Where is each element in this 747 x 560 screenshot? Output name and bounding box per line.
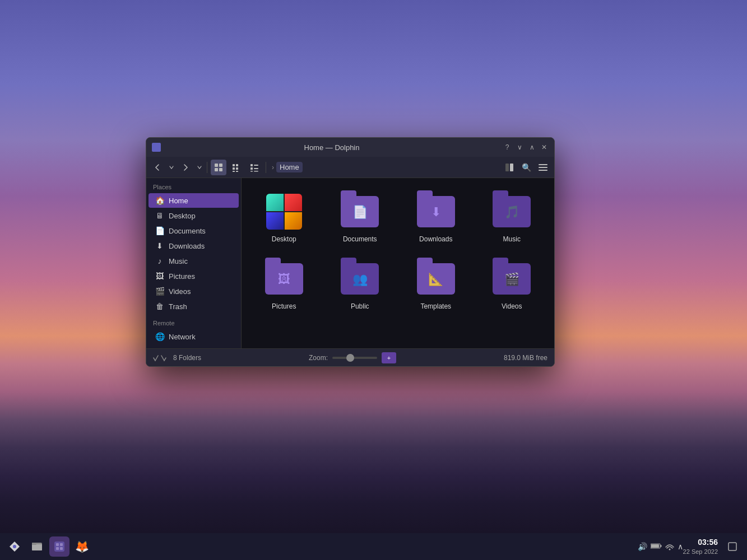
sidebar-item-home-label: Home	[169, 197, 188, 205]
svg-rect-0	[215, 164, 218, 167]
close-button[interactable]: ✕	[540, 143, 549, 152]
sidebar-item-home[interactable]: 🏠 Home	[149, 193, 239, 208]
network-tray-icon[interactable]	[665, 542, 674, 552]
svg-rect-32	[660, 545, 661, 547]
svg-rect-35	[729, 543, 736, 550]
taskbar-files-button[interactable]	[27, 536, 47, 557]
menu-button[interactable]	[535, 160, 551, 175]
sidebar-item-pictures-label: Pictures	[169, 272, 195, 281]
videos-icon: 🎬	[155, 287, 164, 296]
window-title: Home — Dolphin	[161, 143, 503, 152]
zoom-slider[interactable]	[332, 357, 377, 359]
file-name-downloads: Downloads	[419, 235, 452, 243]
file-item-music[interactable]: 🎵 Music	[476, 185, 548, 248]
svg-rect-8	[233, 171, 235, 172]
svg-rect-2	[215, 168, 218, 171]
back-dropdown-button[interactable]	[168, 160, 175, 175]
view-details-button[interactable]	[247, 160, 262, 175]
title-bar-left	[152, 143, 161, 152]
breadcrumb-home[interactable]: Home	[276, 162, 303, 172]
svg-rect-25	[32, 543, 36, 545]
toolbar-separator-2	[266, 162, 266, 173]
downloads-inner-icon: ⬇	[431, 205, 441, 220]
downloads-icon: ⬇	[155, 241, 164, 250]
pictures-icon: 🖼	[155, 272, 164, 281]
sidebar-item-documents[interactable]: 📄 Documents	[149, 223, 239, 238]
svg-rect-5	[236, 164, 238, 166]
svg-rect-3	[219, 168, 222, 171]
file-item-desktop[interactable]: Desktop	[248, 185, 320, 248]
file-item-documents[interactable]: 📄 Documents	[324, 185, 396, 248]
taskbar-clock[interactable]: 03:56 22 Sep 2022	[683, 537, 718, 557]
svg-rect-6	[233, 167, 235, 170]
svg-rect-28	[60, 543, 63, 546]
file-name-pictures: Pictures	[272, 302, 296, 310]
zoom-level-button[interactable]: +	[382, 352, 396, 363]
svg-rect-24	[32, 544, 42, 550]
videos-inner-icon: 🎬	[504, 272, 519, 287]
clock-time: 03:56	[683, 537, 718, 548]
sidebar-item-desktop[interactable]: 🖥 Desktop	[149, 208, 239, 223]
svg-rect-14	[250, 171, 253, 172]
status-zoom: Zoom: +	[208, 352, 497, 363]
taskbar-dolphin-button[interactable]	[49, 536, 69, 557]
file-name-documents: Documents	[343, 235, 377, 243]
forward-button[interactable]	[178, 160, 193, 175]
view-toggle-button[interactable]	[502, 160, 517, 175]
file-item-pictures[interactable]: 🖼 Pictures	[248, 252, 320, 315]
clock-date: 22 Sep 2022	[683, 548, 718, 556]
file-item-downloads[interactable]: ⬇ Downloads	[400, 185, 472, 248]
music-inner-icon: 🎵	[504, 205, 519, 220]
svg-rect-17	[510, 164, 513, 171]
forward-dropdown-button[interactable]	[196, 160, 203, 175]
documents-inner-icon: 📄	[352, 205, 368, 220]
taskbar-apps-button[interactable]	[4, 536, 25, 557]
minimize-button[interactable]: ∨	[515, 143, 524, 152]
svg-rect-16	[505, 164, 509, 171]
desktop-folder-icon	[264, 192, 304, 232]
file-item-videos[interactable]: 🎬 Videos	[476, 252, 548, 315]
sidebar-item-downloads[interactable]: ⬇ Downloads	[149, 239, 239, 253]
svg-rect-26	[54, 542, 64, 552]
address-bar: › Home	[270, 162, 499, 172]
svg-rect-29	[56, 547, 59, 550]
maximize-button[interactable]: ∧	[527, 143, 536, 152]
view-icons-button[interactable]	[211, 160, 226, 175]
sidebar-item-pictures[interactable]: 🖼 Pictures	[149, 269, 239, 283]
expand-tray-icon[interactable]: ∧	[678, 542, 683, 551]
svg-rect-33	[651, 544, 659, 548]
svg-rect-12	[250, 167, 253, 170]
status-bar: 8 Folders Zoom: + 819.0 MiB free	[146, 348, 554, 366]
file-item-public[interactable]: 👥 Public	[324, 252, 396, 315]
documents-folder-icon: 📄	[340, 192, 380, 232]
sidebar-item-videos-label: Videos	[169, 287, 191, 296]
toolbar-right: 🔍	[502, 160, 551, 175]
title-bar: Home — Dolphin ? ∨ ∧ ✕	[146, 138, 554, 157]
toolbar: › Home 🔍	[146, 157, 554, 178]
svg-rect-27	[56, 543, 59, 546]
svg-rect-4	[233, 164, 235, 166]
home-icon: 🏠	[155, 196, 164, 205]
sidebar-item-videos[interactable]: 🎬 Videos	[149, 284, 239, 298]
svg-rect-11	[254, 165, 258, 166]
file-name-templates: Templates	[420, 302, 451, 310]
back-button[interactable]	[150, 160, 165, 175]
svg-rect-9	[236, 171, 238, 172]
sidebar-item-documents-label: Documents	[169, 227, 206, 235]
desktop-icon: 🖥	[155, 211, 164, 220]
sidebar-item-trash[interactable]: 🗑 Trash	[149, 299, 239, 314]
sidebar-item-downloads-label: Downloads	[169, 242, 205, 250]
sidebar: Places 🏠 Home 🖥 Desktop 📄 Documents ⬇ Do…	[146, 178, 242, 348]
view-compact-button[interactable]	[229, 160, 244, 175]
recent-label: Recent	[146, 344, 241, 348]
file-item-templates[interactable]: 📐 Templates	[400, 252, 472, 315]
taskbar-firefox-button[interactable]: 🦊	[72, 536, 92, 557]
sidebar-item-music[interactable]: ♪ Music	[149, 254, 239, 268]
show-desktop-button[interactable]	[722, 536, 743, 557]
music-folder-icon: 🎵	[491, 192, 532, 232]
volume-icon[interactable]: 🔊	[638, 542, 647, 551]
search-button[interactable]: 🔍	[518, 160, 534, 175]
sidebar-item-network[interactable]: 🌐 Network	[149, 329, 239, 344]
taskbar-sys-icons: 🔊 ∧	[638, 542, 683, 552]
help-button[interactable]: ?	[503, 143, 512, 152]
